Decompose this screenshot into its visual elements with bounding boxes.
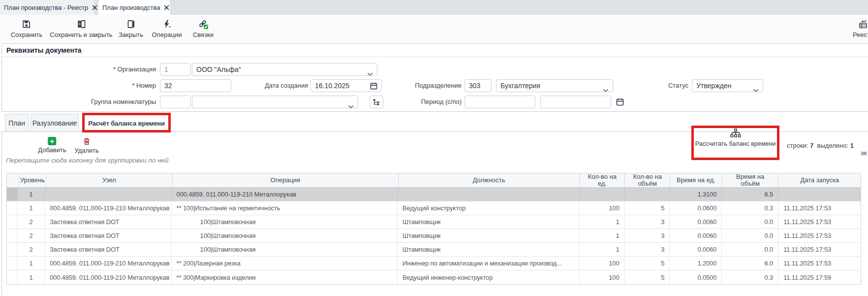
cell-time-unit: 0.0500 xyxy=(670,270,722,284)
save-and-close-icon xyxy=(76,19,86,29)
table-row[interactable]: 1000.4859. 011.000-119-210 Металлорукав1… xyxy=(7,188,861,201)
chevron-down-icon xyxy=(367,68,373,76)
requisites-title: Реквизиты документа xyxy=(2,44,868,57)
cell-time-unit: 0.0600 xyxy=(670,201,722,215)
trash-icon xyxy=(82,137,91,146)
add-button[interactable]: + Добавить xyxy=(38,137,66,154)
cell-qty-unit: 100 xyxy=(580,270,625,284)
row-selector-cell xyxy=(7,188,18,201)
cell-launch-date xyxy=(778,188,861,201)
close-button[interactable]: Закрыть xyxy=(119,19,143,38)
save-and-close-button[interactable]: Сохранить и закрыть xyxy=(50,19,112,38)
rows-info: строки: 7 выделено: 1 xyxy=(787,142,854,149)
cell-position: Штамповщик xyxy=(398,229,580,242)
row-selector-cell xyxy=(7,243,18,256)
cell-node: 000.4859. 011.000-119-210 Металлорукав xyxy=(45,257,172,270)
cell-qty-volume: 5 xyxy=(625,270,670,284)
grid-header-cell[interactable]: Время на ед. xyxy=(670,173,722,187)
tab-time-balance[interactable]: Расчёт баланса времени xyxy=(82,114,171,132)
grid-header-cell[interactable]: Узел xyxy=(46,173,173,187)
operations-button[interactable]: Операции xyxy=(152,19,182,38)
grid-header-cell[interactable]: Время на объём xyxy=(722,173,779,187)
close-icon[interactable] xyxy=(164,5,169,10)
cell-operation: 000.4859. 011.000-119-210 Металлорукав xyxy=(172,188,398,201)
grid-header-selector xyxy=(7,173,19,187)
cell-launch-date: 11.11.2025 17:59 xyxy=(778,270,861,284)
cell-qty-volume: 3 xyxy=(625,229,670,242)
table-row[interactable]: 2Застежка ответная DOT100|ШтамповочнаяШт… xyxy=(7,215,861,229)
cell-operation: ** 100|Испытание на герметичность xyxy=(172,201,398,215)
grid-header-cell[interactable]: Должность xyxy=(399,173,580,187)
cell-level: 2 xyxy=(18,215,45,229)
cell-time-volume: 0.0 xyxy=(722,229,778,242)
chevron-down-icon xyxy=(348,100,354,108)
cell-qty-unit: 100 xyxy=(580,201,625,215)
table-row[interactable]: 1000.4859. 011.000-119-210 Металлорукав*… xyxy=(7,201,861,215)
cell-time-volume: 0.3 xyxy=(722,270,778,284)
grid-header-cell[interactable]: Кол-во на ед. xyxy=(580,173,625,187)
cell-operation: ** 200|Лазерная резка xyxy=(172,257,398,270)
period-to-input[interactable] xyxy=(540,96,611,108)
screen: План производства - Реестр План производ… xyxy=(0,0,868,296)
delete-button[interactable]: Удалить xyxy=(74,137,99,154)
grid-header-cell[interactable]: Кол-во на объём xyxy=(625,173,670,187)
grid-header-cell[interactable]: Дата запуска xyxy=(778,173,861,187)
cell-launch-date: 11.11.2025 17:53 xyxy=(778,243,861,256)
cell-level: 1 xyxy=(18,188,45,201)
period-calendar-icon[interactable] xyxy=(616,98,624,108)
nomenclature-group-code-input[interactable] xyxy=(160,96,191,108)
cell-launch-date: 11.11.2025 17:53 xyxy=(778,215,861,229)
grid-header-cell[interactable]: Уровень xyxy=(19,173,46,187)
status-select[interactable]: Утвержден xyxy=(692,79,763,92)
registry-button[interactable]: Реестр xyxy=(853,19,868,38)
nomenclature-group-select[interactable] xyxy=(192,96,358,108)
cell-time-unit: 1.3100 xyxy=(670,188,722,201)
close-icon[interactable] xyxy=(92,5,97,10)
calculate-balance-button[interactable]: Рассчитать баланс времени xyxy=(691,128,779,147)
links-button[interactable]: Связки xyxy=(193,19,214,38)
cell-level: 2 xyxy=(18,243,45,256)
cell-level: 1 xyxy=(18,201,45,215)
rows-count: 7 xyxy=(810,142,813,149)
department-code-input[interactable]: 303 xyxy=(465,79,492,92)
table-row[interactable]: 2Застежка ответная DOT100|ШтамповочнаяШт… xyxy=(7,229,861,243)
status-label: Статус xyxy=(590,79,688,92)
app-tab-registry[interactable]: План производства - Реестр xyxy=(0,0,95,15)
created-date-label: Дата создания xyxy=(210,79,308,92)
operations-icon xyxy=(162,19,172,29)
app-tab-label: План производства xyxy=(102,4,160,11)
cell-qty-unit: 1 xyxy=(580,215,625,229)
cell-operation: 100|Штамповочная xyxy=(172,215,398,229)
period-from-input[interactable] xyxy=(465,96,535,108)
cell-operation: ** 300|Маркировка изделия xyxy=(172,270,398,284)
app-tab-document[interactable]: План производства xyxy=(98,0,170,15)
row-selector-cell xyxy=(7,215,18,229)
table-row[interactable]: 1000.4859. 011.000-119-210 Металлорукав*… xyxy=(7,270,861,284)
save-button[interactable]: Сохранить xyxy=(11,19,43,38)
cell-position: Штамповщик xyxy=(398,243,580,256)
organization-code-input[interactable]: 1 xyxy=(160,63,191,76)
cell-position: Инженер по автоматизации и механизации п… xyxy=(398,257,580,270)
requisites-panel: Реквизиты документа * Организация 1 ООО … xyxy=(1,43,868,112)
cell-level: 1 xyxy=(18,257,45,270)
cell-node: Застежка ответная DOT xyxy=(45,229,172,242)
tab-plan[interactable]: План xyxy=(5,114,29,132)
tab-razuzlovanie[interactable]: Разузлование xyxy=(31,114,79,132)
cell-time-unit: 0.0060 xyxy=(670,215,722,229)
cell-position xyxy=(398,188,580,201)
grid-header-cell[interactable]: Операция xyxy=(173,173,399,187)
table-row[interactable]: 2Застежка ответная DOT100|ШтамповочнаяШт… xyxy=(7,243,861,257)
table-row[interactable]: 1000.4859. 011.000-119-210 Металлорукав*… xyxy=(7,257,861,270)
cell-launch-date: 11.11.2025 17:53 xyxy=(778,257,861,270)
cell-qty-volume: 5 xyxy=(625,257,670,270)
organization-select[interactable]: ООО "Альфа" xyxy=(192,63,377,76)
data-grid: УровеньУзелОперацияДолжностьКол-во на ед… xyxy=(6,173,861,285)
cell-time-unit: 1.2000 xyxy=(670,257,722,270)
organization-label: * Организация xyxy=(2,63,156,76)
close-door-icon xyxy=(126,19,136,29)
cell-position: Ведущий инженер-конструктор xyxy=(398,270,580,284)
cell-level: 2 xyxy=(18,229,45,242)
save-icon xyxy=(22,19,31,29)
cell-launch-date: 11.11.2025 17:53 xyxy=(778,229,861,242)
cell-launch-date: 11.11.2025 17:53 xyxy=(778,201,861,215)
